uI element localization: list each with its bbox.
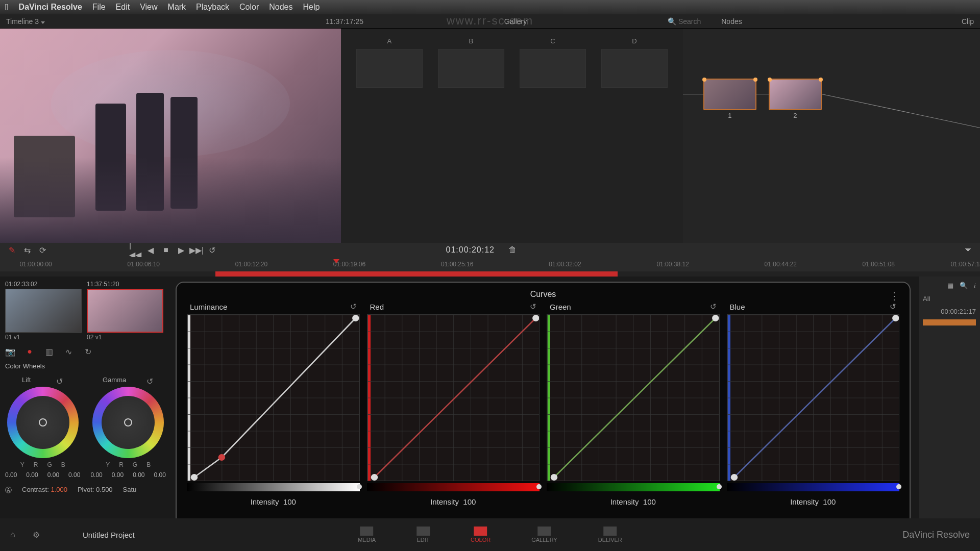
clip-thumb-2[interactable]: 11:37:51:20 02 v1 bbox=[87, 281, 163, 341]
svg-point-3 bbox=[352, 315, 359, 321]
gallery-slot-c[interactable]: C bbox=[520, 49, 586, 88]
gamma-reset-icon[interactable]: ↺ bbox=[146, 377, 154, 384]
red-reset-icon[interactable]: ↺ bbox=[530, 302, 536, 311]
record-icon[interactable]: ● bbox=[24, 346, 35, 357]
project-name[interactable]: Untitled Project bbox=[83, 531, 135, 539]
green-reset-icon[interactable]: ↺ bbox=[710, 302, 717, 311]
gallery-slot-b[interactable]: B bbox=[438, 49, 504, 88]
viewer-image[interactable] bbox=[0, 29, 341, 243]
brand-label: DaVinci Resolve bbox=[902, 530, 970, 540]
red-curve: Red↺ Intensity 100 bbox=[367, 302, 540, 506]
view-menu[interactable]: View bbox=[140, 3, 157, 12]
svg-point-11 bbox=[730, 474, 737, 481]
playhead-timecode[interactable]: 01:00:20:12 bbox=[446, 245, 495, 255]
mark-menu[interactable]: Mark bbox=[168, 3, 186, 12]
red-curve-graph[interactable] bbox=[367, 314, 540, 481]
eyedropper-icon[interactable]: ✎ bbox=[7, 245, 16, 255]
color-menu[interactable]: Color bbox=[239, 3, 259, 12]
curves-icon[interactable]: ∿ bbox=[63, 346, 74, 357]
lum-curve-graph[interactable] bbox=[187, 314, 360, 481]
help-menu[interactable]: Help bbox=[303, 3, 320, 12]
step-back-button[interactable]: ◀ bbox=[146, 245, 155, 255]
left-panel: 01:02:33:02 01 v1 11:37:51:20 02 v1 📷 ● … bbox=[0, 277, 174, 532]
node-1[interactable]: 1 bbox=[703, 79, 756, 110]
home-icon[interactable]: ⌂ bbox=[10, 530, 20, 539]
info-icon[interactable]: 𝑖 bbox=[974, 282, 976, 290]
green-soft-clip[interactable] bbox=[547, 483, 720, 491]
lift-reset-icon[interactable]: ↺ bbox=[56, 377, 63, 384]
toggle-icon[interactable]: ⟳ bbox=[38, 245, 47, 255]
nodes-menu[interactable]: Nodes bbox=[269, 3, 292, 12]
node-2[interactable]: 2 bbox=[769, 79, 822, 110]
filter-all[interactable]: All bbox=[923, 295, 976, 303]
lum-intensity-value[interactable]: 100 bbox=[283, 497, 296, 506]
last-frame-button[interactable]: ▶▶| bbox=[192, 245, 201, 255]
clip-duration: 00:00:21:17 bbox=[923, 308, 976, 315]
page-deliver[interactable]: DELIVER bbox=[598, 527, 622, 543]
green-curve: Green↺ Intensity 100 bbox=[547, 302, 720, 506]
svg-point-1 bbox=[191, 474, 198, 481]
gamma-color-wheel[interactable] bbox=[92, 387, 164, 458]
gallery-area: A B C D bbox=[341, 29, 683, 243]
file-menu[interactable]: File bbox=[92, 3, 106, 12]
tool-icons: 📷 ● ▥ ∿ ↻ bbox=[5, 345, 168, 358]
stop-button[interactable]: ■ bbox=[161, 245, 170, 255]
luminance-curve: Luminance↺ Intensity 100 bbox=[187, 302, 360, 506]
search-icon[interactable]: 🔍 bbox=[960, 282, 968, 290]
blue-intensity-value[interactable]: 100 bbox=[823, 497, 836, 506]
page-edit[interactable]: EDIT bbox=[416, 527, 430, 543]
lower-row: 01:02:33:02 01 v1 11:37:51:20 02 v1 📷 ● … bbox=[0, 277, 980, 532]
bars-icon[interactable]: ▥ bbox=[44, 346, 54, 357]
search-field[interactable]: 🔍 Search bbox=[668, 17, 701, 26]
expand-icon[interactable]: ⏷ bbox=[964, 245, 973, 255]
red-soft-clip[interactable] bbox=[367, 483, 540, 491]
green-intensity-value[interactable]: 100 bbox=[643, 497, 656, 506]
clip-tab[interactable]: Clip bbox=[962, 17, 974, 26]
apple-icon[interactable]:  bbox=[5, 2, 9, 13]
pivot-value[interactable]: 0.500 bbox=[96, 486, 113, 493]
nodes-tab[interactable]: Nodes bbox=[721, 17, 742, 26]
curves-panel: Curves ⋮ Luminance↺ Intensity bbox=[174, 277, 919, 532]
blue-curve: Blue↺ Intensity 100 bbox=[727, 302, 900, 506]
lift-color-wheel[interactable] bbox=[7, 387, 79, 458]
gear-icon[interactable]: ⚙ bbox=[33, 530, 42, 539]
auto-icon[interactable]: Ⓐ bbox=[5, 486, 12, 495]
page-color[interactable]: COLOR bbox=[471, 527, 491, 543]
page-gallery[interactable]: GALLERY bbox=[531, 527, 557, 543]
timeline-dropdown[interactable]: Timeline 3 bbox=[6, 17, 45, 26]
blue-curve-graph[interactable] bbox=[727, 314, 900, 481]
svg-rect-0 bbox=[187, 315, 359, 481]
watermark-url: www.rr-sc.com bbox=[447, 14, 533, 28]
saturation-value[interactable]: Satu bbox=[123, 486, 137, 495]
curves-menu-icon[interactable]: ⋮ bbox=[889, 290, 899, 302]
timeline-bar[interactable] bbox=[0, 271, 980, 277]
red-intensity-value[interactable]: 100 bbox=[463, 497, 476, 506]
svg-point-8 bbox=[551, 474, 557, 481]
trash-icon[interactable]: 🗑 bbox=[508, 245, 517, 255]
page-media[interactable]: MEDIA bbox=[358, 527, 376, 543]
playhead-icon[interactable] bbox=[333, 259, 339, 263]
lum-soft-clip[interactable] bbox=[187, 483, 360, 491]
contrast-value[interactable]: 1.000 bbox=[51, 486, 67, 493]
gallery-slot-d[interactable]: D bbox=[601, 49, 668, 88]
gallery-slot-a[interactable]: A bbox=[356, 49, 423, 88]
gamma-label: Gamma bbox=[103, 376, 126, 384]
blue-soft-clip[interactable] bbox=[727, 483, 900, 491]
clip-thumb-1[interactable]: 01:02:33:02 01 v1 bbox=[5, 281, 82, 341]
timeline-ruler[interactable]: 01:00:00:00 01:00:06:10 01:00:12:20 01:0… bbox=[0, 257, 980, 271]
keyframe-track[interactable] bbox=[923, 319, 976, 325]
first-frame-button[interactable]: |◀◀ bbox=[131, 245, 140, 255]
lum-reset-icon[interactable]: ↺ bbox=[350, 302, 357, 311]
blue-reset-icon[interactable]: ↺ bbox=[890, 302, 896, 311]
app-menu[interactable]: DaVinci Resolve bbox=[19, 3, 82, 12]
green-curve-graph[interactable] bbox=[547, 314, 720, 481]
nodes-panel[interactable]: 1 2 bbox=[683, 29, 980, 243]
edit-menu[interactable]: Edit bbox=[116, 3, 130, 12]
play-button[interactable]: ▶ bbox=[177, 245, 186, 255]
camera-icon[interactable]: 📷 bbox=[5, 346, 15, 357]
grid-icon[interactable]: ▦ bbox=[947, 282, 953, 290]
refresh-icon[interactable]: ↻ bbox=[83, 346, 93, 357]
playback-menu[interactable]: Playback bbox=[196, 3, 229, 12]
shuffle-icon[interactable]: ⇆ bbox=[22, 245, 32, 255]
loop-button[interactable]: ↺ bbox=[207, 245, 216, 255]
